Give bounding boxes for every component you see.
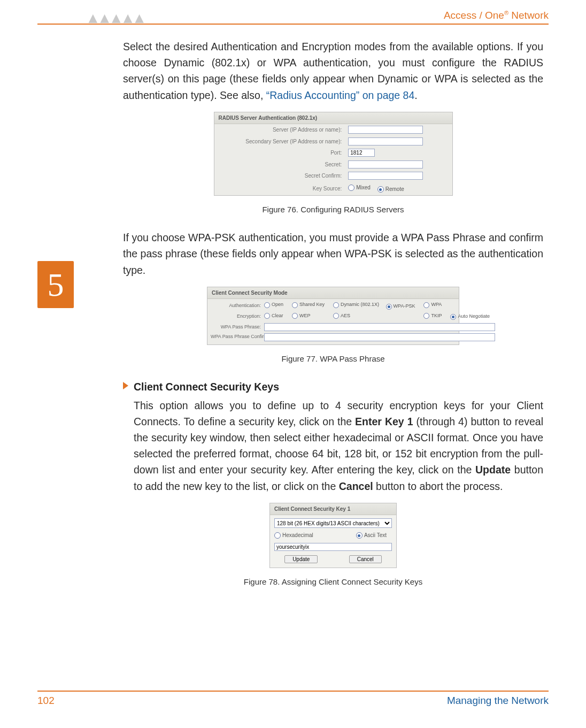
body-content: Select the desired Authentication and En… — [123, 25, 543, 588]
auth-open-label: Open — [272, 301, 283, 309]
enc-tkip-radio[interactable]: TKIP — [423, 312, 442, 320]
radius-secret-confirm-input[interactable] — [348, 172, 423, 180]
enc-wep-radio[interactable]: WEP — [292, 312, 311, 320]
auth-shared-label: Shared Key — [299, 301, 325, 309]
ascii-label: Ascii Text — [364, 531, 387, 540]
enc-tkip-label: TKIP — [431, 312, 442, 320]
security-key-input[interactable] — [274, 543, 392, 551]
update-bold: Update — [475, 464, 511, 476]
security-key-title: Client Connect Security Key 1 — [270, 503, 396, 516]
pass-confirm-label: WPA Pass Phrase Confirm: — [211, 333, 261, 341]
enter-key-1-bold: Enter Key 1 — [355, 416, 413, 427]
hex-radio[interactable]: Hexadecimal — [274, 531, 313, 540]
brand-name: Access / One — [444, 10, 504, 21]
radius-port-input[interactable] — [348, 149, 375, 157]
cancel-button[interactable]: Cancel — [349, 555, 382, 563]
brand-logo: ▲▲▲▲▲ — [86, 11, 144, 26]
figure-77-caption: Figure 77. WPA Pass Phrase — [123, 352, 543, 365]
pass-label: WPA Pass Phrase: — [211, 324, 261, 331]
figure-76-caption: Figure 76. Configuring RADIUS Servers — [123, 203, 543, 216]
figure-78-screenshot: Client Connect Security Key 1 128 bit (2… — [269, 503, 397, 569]
ascii-radio[interactable]: Ascii Text — [356, 531, 387, 540]
keysource-mixed-radio[interactable]: Mixed — [348, 183, 371, 192]
figure-78-caption: Figure 78. Assigning Client Connect Secu… — [123, 576, 543, 588]
radius-sec-server-input[interactable] — [348, 137, 423, 145]
figure-77-screenshot: Client Connect Security Mode Authenticat… — [207, 287, 459, 345]
enc-aes-label: AES — [341, 312, 350, 320]
brand-registered: ® — [504, 10, 508, 16]
enc-auto-label: Auto Negotiate — [458, 313, 490, 320]
enc-clear-label: Clear — [272, 312, 283, 320]
radius-sec-server-label: Secondary Server (IP Address or name): — [214, 136, 345, 148]
paragraph-1: Select the desired Authentication and En… — [123, 39, 543, 103]
cancel-bold: Cancel — [339, 480, 373, 492]
radius-panel-title: RADIUS Server Authentication (802.1x) — [214, 112, 452, 125]
enc-wep-label: WEP — [299, 312, 311, 320]
auth-shared-radio[interactable]: Shared Key — [292, 301, 325, 309]
auth-row-label: Authentication: — [211, 302, 261, 310]
radius-server-input[interactable] — [348, 126, 423, 134]
radius-secret-confirm-label: Secret Confirm: — [214, 170, 345, 182]
hex-label: Hexadecimal — [282, 531, 313, 540]
bullet-icon — [123, 382, 128, 389]
wpa-pass-input[interactable] — [264, 323, 495, 331]
enc-auto-radio[interactable]: Auto Negotiate — [450, 313, 490, 320]
security-mode-title: Client Connect Security Mode — [207, 287, 459, 300]
auth-dynamic-label: Dynamic (802.1X) — [341, 301, 379, 309]
auth-wpa-label: WPA — [431, 301, 442, 309]
radius-secret-input[interactable] — [348, 160, 423, 168]
radius-secret-label: Secret: — [214, 159, 345, 171]
bullet-title: Client Connect Security Keys — [134, 379, 279, 395]
wpa-pass-confirm-input[interactable] — [264, 333, 495, 341]
figure-76-screenshot: RADIUS Server Authentication (802.1x) Se… — [214, 112, 453, 196]
radius-port-label: Port: — [214, 147, 345, 159]
radius-keysource-label: Key Source: — [214, 182, 345, 195]
footer-section-title: Managing the Network — [447, 695, 549, 707]
auth-open-radio[interactable]: Open — [264, 301, 283, 309]
key-length-select[interactable]: 128 bit (26 HEX digits/13 ASCII characte… — [274, 518, 392, 528]
paragraph-3: This option allows you to define up to 4… — [134, 397, 543, 494]
chapter-number-tab: 5 — [37, 261, 74, 308]
keysource-remote-label: Remote — [385, 185, 404, 194]
para3-g: button to abort the process. — [373, 480, 503, 492]
keysource-mixed-label: Mixed — [356, 183, 371, 192]
auth-wpa-radio[interactable]: WPA — [423, 301, 442, 309]
keysource-remote-radio[interactable]: Remote — [377, 185, 404, 194]
auth-dynamic-radio[interactable]: Dynamic (802.1X) — [333, 301, 379, 309]
auth-wpapsk-radio[interactable]: WPA-PSK — [386, 303, 415, 310]
page-header: ▲▲▲▲▲ Access / One® Network — [37, 0, 549, 25]
update-button[interactable]: Update — [284, 555, 318, 563]
enc-aes-radio[interactable]: AES — [333, 312, 350, 320]
enc-row-label: Encryption: — [211, 313, 261, 320]
enc-clear-radio[interactable]: Clear — [264, 312, 283, 320]
paragraph-2: If you choose WPA-PSK authentication, yo… — [123, 229, 543, 278]
brand-tail: Network — [508, 10, 549, 21]
auth-wpapsk-label: WPA-PSK — [394, 303, 415, 310]
page-number: 102 — [37, 695, 55, 707]
para1-tail: . — [414, 89, 417, 101]
radius-accounting-link[interactable]: “Radius Accounting” on page 84 — [266, 89, 415, 101]
page-footer: 102 Managing the Network — [37, 691, 549, 707]
brand-title: Access / One® Network — [444, 10, 549, 24]
radius-server-label: Server (IP Address or name): — [214, 124, 345, 136]
